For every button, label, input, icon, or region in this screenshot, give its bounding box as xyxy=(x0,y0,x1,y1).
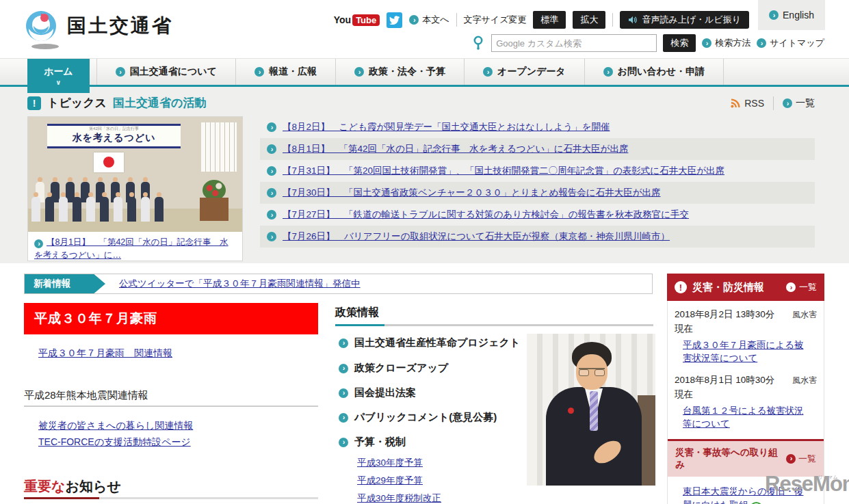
whatsnew-link[interactable]: 公式ツイッターで「平成３０年７月豪雨関連情報」発信中 xyxy=(119,278,361,290)
heavy-rain-banner[interactable]: 平成３０年７月豪雨 xyxy=(24,303,318,334)
news-item[interactable]: 【7月26日】 バリアフリーの取組状況について石井大臣が視察（東京都・神奈川県川… xyxy=(260,226,815,248)
search-button[interactable]: 検索 xyxy=(663,34,696,52)
search-row: 検索 検索方法 サイトマップ xyxy=(472,34,824,52)
font-large-button[interactable]: 拡大 xyxy=(573,11,605,29)
program-sign xyxy=(201,122,237,172)
resemom-watermark-small: リセマム xyxy=(818,474,838,481)
rss-link[interactable]: RSS xyxy=(730,98,764,109)
chevron-circle-icon xyxy=(34,239,43,248)
news-item[interactable]: 【8月1日】 「第42回「水の日」記念行事 水を考えるつどい」に石井大臣が出席 xyxy=(260,138,815,160)
chevron-circle-icon xyxy=(267,210,276,220)
topics-section: トピックス 国土交通省の活動 RSS 一覧 第42回「水の日」記念 xyxy=(0,87,849,263)
disaster-item-link[interactable]: 平成３０年７月豪雨による被害状況等について xyxy=(683,339,806,365)
nav-tab-contact[interactable]: お問い合わせ・申請 xyxy=(585,59,724,85)
glasses xyxy=(579,368,605,377)
twitter-bird-icon xyxy=(389,16,400,25)
nav-tab-policy[interactable]: 政策・法令・予算 xyxy=(336,59,465,85)
main-nav: ホーム 国土交通省について 報道・広報 政策・法令・予算 オープンデータ お問い… xyxy=(0,58,849,88)
topics-heading: トピックス 国土交通省の活動 xyxy=(27,95,206,111)
efforts-list-all-link[interactable]: 一覧 xyxy=(786,453,816,465)
category-badge: 風水害 xyxy=(792,309,817,336)
policy-item-public-comment[interactable]: パブリックコメント(意見公募) xyxy=(339,411,497,424)
youtube-link[interactable]: YouTube xyxy=(334,14,380,26)
category-badge: 風水害 xyxy=(792,375,817,402)
chevron-circle-icon xyxy=(267,188,276,198)
chevron-circle-icon xyxy=(339,364,348,373)
policy-heading: 政策情報 xyxy=(335,306,379,320)
tts-button[interactable]: 音声読み上げ・ルビ振り xyxy=(620,11,749,29)
chevron-circle-icon xyxy=(483,67,493,77)
search-input[interactable] xyxy=(491,34,657,52)
chevron-circle-icon xyxy=(409,15,419,25)
chevron-circle-icon xyxy=(354,67,364,77)
topics-activities-link[interactable]: 国土交通省の活動 xyxy=(113,95,206,111)
news-item[interactable]: 【7月30日】 「国土交通省政策ベンチャー２０３０」とりまとめ報告会に石井大臣が… xyxy=(260,182,815,204)
twitter-link[interactable] xyxy=(387,12,402,28)
chevron-circle-icon xyxy=(339,339,348,348)
disaster-item-link[interactable]: 台風第１２号による被害状況等について xyxy=(683,404,806,431)
chevron-circle-icon xyxy=(116,67,125,77)
efforts-heading-link[interactable]: 災害・事故等への取り組み xyxy=(675,447,782,471)
heavy-rain-info-link[interactable]: 平成３０年７月豪雨 関連情報 xyxy=(38,347,172,360)
divider xyxy=(612,13,613,27)
topics-news-list: 【8月2日】 こども霞が関見学デー「国土交通大臣とおはなししよう」を開催 【8月… xyxy=(260,116,815,248)
tec-force-link[interactable]: TEC-FORCEの支援活動特設ページ xyxy=(38,436,191,449)
disaster-item-meta: 2018年8月1日 10時30分現在 風水害 xyxy=(675,373,817,402)
chevron-circle-icon xyxy=(783,98,792,108)
minister-photo xyxy=(527,334,655,486)
chevron-circle-icon xyxy=(757,38,766,48)
news-item[interactable]: 【7月27日】 「鉄道の輸送トラブルに関する対策のあり方検討会」の報告書を秋本政… xyxy=(260,204,815,226)
mlit-logo-icon xyxy=(23,8,59,44)
nav-tab-press[interactable]: 報道・広報 xyxy=(236,59,336,85)
chevron-circle-icon xyxy=(769,10,779,20)
disaster-header: 災害・防災情報 一覧 xyxy=(667,274,824,301)
chevron-circle-icon xyxy=(267,166,276,176)
policy-item-bills[interactable]: 国会提出法案 xyxy=(339,386,416,399)
font-standard-button[interactable]: 標準 xyxy=(533,11,566,29)
nav-tab-home[interactable]: ホーム xyxy=(27,59,90,93)
header-utility-row: YouTube 本文へ 文字サイズ変更 標準 拡大 音声読み上げ xyxy=(334,11,749,29)
disaster-item-meta: 2018年8月2日 13時30分現在 風水害 xyxy=(675,308,817,336)
search-icon xyxy=(472,36,485,51)
news-item[interactable]: 【8月2日】 こども霞が関見学デー「国土交通大臣とおはなししよう」を開催 xyxy=(260,116,815,138)
nav-tab-about[interactable]: 国土交通省について xyxy=(96,59,236,85)
budget-h29-link[interactable]: 平成29年度予算 xyxy=(357,475,423,487)
header: 国土交通省 YouTube 本文へ 文字サイズ変更 標準 拡大 xyxy=(0,0,849,58)
budget-h30-link[interactable]: 平成30年度予算 xyxy=(357,457,423,469)
english-link[interactable]: English xyxy=(758,0,825,30)
news-item[interactable]: 【7月31日】 「第20回国土技術開発賞」、「国土技術開発賞二〇周年記念賞」の表… xyxy=(260,160,815,182)
search-help-link[interactable]: 検索方法 xyxy=(702,37,750,49)
chevron-circle-icon xyxy=(339,438,348,447)
chevron-circle-icon xyxy=(702,38,711,48)
chevron-circle-icon xyxy=(267,122,276,132)
chevron-circle-icon xyxy=(603,67,613,77)
policy-item-closeup[interactable]: 政策クローズアップ xyxy=(339,362,448,375)
topics-photo: 第42回「水の日」記念行事 水を考えるつどい xyxy=(28,117,242,232)
chevron-circle-icon xyxy=(254,67,264,77)
important-notice-heading: 重要なお知らせ xyxy=(24,477,121,496)
site-logo[interactable]: 国土交通省 xyxy=(23,8,173,44)
photo-banner: 第42回「水の日」記念行事 水を考えるつどい xyxy=(47,124,181,148)
disaster-list-all-link[interactable]: 一覧 xyxy=(786,281,817,293)
photo-caption-link[interactable]: 【8月1日】 「第42回「水の日」記念行事 水を考えるつどい」に… xyxy=(28,232,242,267)
skip-to-content-link[interactable]: 本文へ xyxy=(409,14,449,26)
nav-tab-opendata[interactable]: オープンデータ xyxy=(465,59,585,85)
kumamoto-life-link[interactable]: 被災者の皆さまへの暮らし関連情報 xyxy=(38,420,193,432)
policy-item-productivity[interactable]: 国土交通省生産性革命プロジェクト xyxy=(339,336,520,349)
font-size-label: 文字サイズ変更 xyxy=(464,14,527,26)
chevron-circle-icon xyxy=(339,413,348,423)
topics-list-all-link[interactable]: 一覧 xyxy=(783,97,815,109)
whatsnew-tag: 新着情報 xyxy=(25,274,105,293)
sitemap-link[interactable]: サイトマップ xyxy=(757,37,824,49)
chevron-circle-icon xyxy=(267,232,276,241)
whatsnew-bar: 新着情報 公式ツイッターで「平成３０年７月豪雨関連情報」発信中 xyxy=(24,274,653,294)
chevron-circle-icon xyxy=(786,282,796,292)
topics-photo-card[interactable]: 第42回「水の日」記念行事 水を考えるつどい xyxy=(27,116,243,261)
topics-tools: RSS 一覧 xyxy=(730,96,815,110)
speaker-icon xyxy=(628,16,638,24)
logo-shadow xyxy=(31,44,59,49)
policy-item-budget-tax[interactable]: 予算・税制 xyxy=(339,436,406,449)
kumamoto-heading: 平成28年熊本地震関連情報 xyxy=(24,389,148,402)
exclamation-icon xyxy=(27,96,41,110)
tax-reform-link[interactable]: 平成30年度税制改正 xyxy=(357,492,441,504)
